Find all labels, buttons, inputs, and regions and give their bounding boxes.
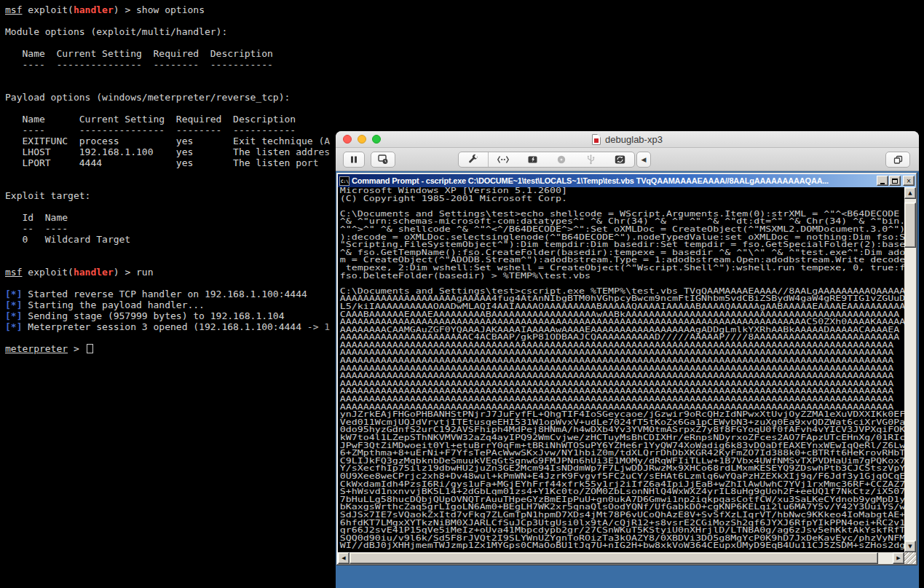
sync-arrows-icon: [615, 154, 625, 165]
zoom-window-button[interactable]: [372, 135, 381, 144]
arrow-right-icon: ▶: [896, 555, 900, 561]
command-prompt-titlebar[interactable]: C:\ Command Prompt - cscript.exe C:\DOCU…: [338, 174, 916, 187]
terminal-line: Name Current Setting Required Descriptio…: [5, 48, 924, 59]
xp-guest-screen: C:\ Command Prompt - cscript.exe C:\DOCU…: [336, 171, 919, 588]
scroll-down-button[interactable]: ▼: [904, 541, 916, 552]
command-prompt-window: C:\ Command Prompt - cscript.exe C:\DOCU…: [336, 173, 917, 565]
sync-button[interactable]: [605, 152, 634, 167]
scroll-left-button[interactable]: ◀: [338, 552, 350, 564]
terminal-line: [5, 70, 924, 81]
close-icon: ×: [907, 178, 912, 184]
close-button[interactable]: ×: [903, 176, 915, 186]
maximize-icon: [892, 179, 898, 184]
console-line: Microsoft Windows XP [Version 5.1.2600]: [340, 187, 904, 195]
vmware-window: debuglab-xp3: [336, 131, 919, 588]
vm-settings-button[interactable]: [459, 152, 488, 167]
cd-rom-button[interactable]: [547, 152, 576, 167]
console-line: tempexe, 2:Dim wshell:Set wshell = Creat…: [340, 264, 904, 273]
console-line: (C) Copyright 1985-2001 Microsoft Corp.: [340, 195, 904, 203]
terminal-line: Module options (exploit/multi/handler):: [5, 26, 924, 37]
scroll-right-button[interactable]: ▶: [893, 552, 904, 564]
console-line: ^"^>^" ^& shellcode ^& ^"^<^/B64DECODE^>…: [340, 226, 904, 234]
command-prompt-title: Command Prompt - cscript.exe C:\DOCUME~1…: [352, 176, 874, 185]
terminal-line: Name Current Setting Required Descriptio…: [5, 114, 924, 125]
terminal-line: [5, 103, 924, 114]
minimize-icon: [880, 183, 885, 184]
arrow-left-icon: ◀: [341, 555, 345, 561]
ms-dos-icon: C:\: [339, 176, 350, 186]
vertical-scrollbar[interactable]: ▲ ▼: [904, 187, 916, 552]
console-line: 0U9Xee8weCPrjc2xh8+Dv48wul+kPmWN+E4JzrK9…: [340, 473, 904, 481]
console-line: SdJSx7IE7sVQaokZxItd7vFkq7ZLGmTpN1hpmD7X…: [340, 511, 904, 520]
minimize-button[interactable]: [877, 176, 888, 186]
hard-disk-button[interactable]: [518, 152, 547, 167]
chevron-left-icon: ◀: [641, 156, 647, 163]
terminal-line: [5, 37, 924, 48]
display-toggle-icon: [893, 154, 904, 165]
terminal-line: [5, 15, 924, 26]
arrow-up-icon: ▲: [908, 190, 912, 196]
cd-rom-icon: [556, 154, 566, 165]
hard-disk-icon: [527, 154, 538, 165]
arrow-down-icon: ▼: [908, 544, 912, 549]
traffic-lights: [343, 135, 381, 144]
network-signal-icon: [497, 155, 510, 164]
vmware-toolbar: ◀: [336, 148, 919, 171]
display-toggle-button[interactable]: [885, 152, 910, 168]
console-line: L5/kiIAAAAAAAAAAOAADwMLAQI4AAIAAAAOAAAAA…: [340, 303, 904, 311]
terminal-line: Payload options (windows/meterpreter/rev…: [5, 92, 924, 103]
console-text: Microsoft Windows XP [Version 5.1.2600](…: [338, 187, 904, 550]
console-line: WI//dBJ0jXHHjmemTWJzmp1Zx1MYGps0CMaOoBU1…: [340, 542, 904, 550]
console-line: fso.DeleteFolder(basedir) > %TEMP%\test.…: [340, 273, 904, 281]
usb-icon: [586, 154, 596, 165]
terminal-line: msf exploit(handler) > show options: [5, 4, 924, 15]
pause-icon: [349, 154, 359, 165]
wrench-icon: [468, 154, 478, 165]
usb-button[interactable]: [576, 152, 605, 167]
scroll-up-button[interactable]: ▲: [904, 187, 916, 199]
snapshot-icon: [377, 154, 389, 165]
console-output-area[interactable]: Microsoft Windows XP [Version 5.1.2600](…: [338, 187, 904, 552]
resize-grip[interactable]: [904, 552, 916, 564]
console-line: kW7to4l1LZepSThNKVMVW32aZq4ayIPQ92WmCvjw…: [340, 434, 904, 442]
vm-window-title: debuglab-xp3: [605, 134, 663, 145]
horizontal-scroll-thumb[interactable]: [350, 552, 878, 564]
close-window-button[interactable]: [343, 135, 352, 144]
pause-vm-button[interactable]: [343, 152, 365, 168]
snapshot-button[interactable]: [371, 152, 395, 168]
vm-document-icon: [592, 134, 601, 145]
network-adapter-button[interactable]: [489, 152, 518, 167]
minimize-window-button[interactable]: [358, 135, 366, 144]
horizontal-scrollbar[interactable]: ◀ ▶: [338, 552, 916, 564]
device-toolbar-group: [458, 152, 635, 168]
vmware-titlebar[interactable]: debuglab-xp3: [336, 131, 919, 148]
terminal-line: [5, 81, 924, 92]
collapse-toolbar-button[interactable]: ◀: [636, 152, 651, 168]
vertical-scroll-thumb[interactable]: [904, 203, 916, 248]
horizontal-scroll-track[interactable]: [350, 552, 893, 564]
maximize-button[interactable]: [889, 176, 901, 186]
terminal-line: ---- --------------- -------- ----------…: [5, 59, 924, 70]
